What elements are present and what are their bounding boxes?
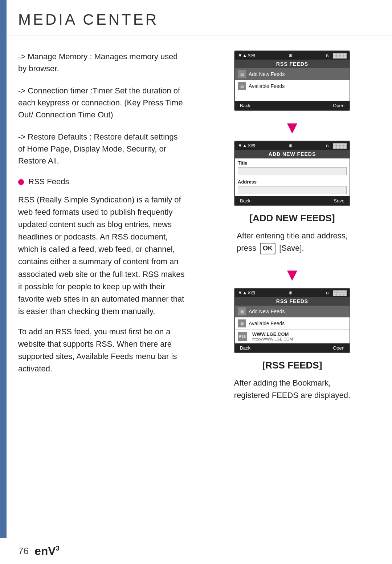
add-feeds-description: After entering title and address, press … xyxy=(237,230,348,254)
connection-timer-item: -> Connection timer :Timer Set the durat… xyxy=(18,85,185,121)
feed-icon-1: ▤ xyxy=(238,70,246,78)
status-center-3: ⊕ xyxy=(289,290,293,295)
page-header: MEDIA CENTER xyxy=(0,0,392,36)
connection-timer-text: Connection timer :Timer Set the duration… xyxy=(18,86,183,119)
available-feeds-item-3[interactable]: ▤ Available Feeds xyxy=(235,318,350,330)
status-icons-right-3: ʙ ▓▓▓▓ xyxy=(326,290,347,295)
add-new-feeds-label-3: Add New Feeds xyxy=(249,309,285,314)
bottom-back-2[interactable]: Back xyxy=(240,198,250,204)
bottom-open-3[interactable]: Open xyxy=(333,345,344,351)
feed-icon-2: ▤ xyxy=(238,82,246,90)
status-center-2: ⊕ xyxy=(289,143,293,148)
rss-desc-line2: registered FEEDS are displayed. xyxy=(234,391,350,400)
feed-icon-4: ▤ xyxy=(238,319,246,327)
arrow-3: -> xyxy=(18,132,28,141)
restore-defaults-text: Restore Defaults : Restore default setti… xyxy=(18,132,178,165)
status-icons-left-2: ▼▲✕⊞ xyxy=(238,143,255,148)
page-number: 76 xyxy=(18,545,29,557)
add-new-feeds-mockup: ▼▲✕⊞ ⊕ ʙ ▓▓▓▓ ADD NEW FEEDS Title Addres… xyxy=(234,141,350,206)
status-icons-right-1: ʙ ▓▓▓▓ xyxy=(326,53,347,58)
status-bar-3: ▼▲✕⊞ ⊕ ʙ ▓▓▓▓ xyxy=(235,289,350,297)
content-area: -> Manage Memory : Manages memory used b… xyxy=(0,36,392,409)
address-input[interactable] xyxy=(238,186,347,194)
add-desc-line1: After entering title and address, xyxy=(237,231,348,240)
lge-feed-icon: RSS xyxy=(238,332,247,341)
rss-feeds-mockup-1: ▼▲✕⊞ ⊕ ʙ ▓▓▓▓ RSS FEEDS ▤ Add New Feeds … xyxy=(234,51,350,111)
title-label: Title xyxy=(235,158,350,166)
bottom-bar-3: Back Open xyxy=(235,343,350,352)
lge-feed-url: http://WWW.LGE.COM xyxy=(252,337,293,341)
mockups-container: ▼▲✕⊞ ⊕ ʙ ▓▓▓▓ RSS FEEDS ▤ Add New Feeds … xyxy=(203,51,381,409)
feed-icon-3: ▤ xyxy=(238,307,246,315)
right-column: ▼▲✕⊞ ⊕ ʙ ▓▓▓▓ RSS FEEDS ▤ Add New Feeds … xyxy=(196,51,392,409)
rss-bullet-item: RSS Feeds xyxy=(18,177,185,186)
manage-memory-item: -> Manage Memory : Manages memory used b… xyxy=(18,51,185,74)
add-new-feeds-section-label: [ADD NEW FEEDS] xyxy=(249,213,335,224)
arrow-down-2: ▼ xyxy=(283,266,301,283)
add-desc-press: press xyxy=(237,243,256,253)
rss-feeds-mockup-2: ▼▲✕⊞ ⊕ ʙ ▓▓▓▓ RSS FEEDS ▤ Add New Feeds … xyxy=(234,288,350,353)
arrow-2: -> xyxy=(18,86,28,95)
bottom-bar-2: Back Save xyxy=(235,196,350,205)
rss-body-text-2: To add an RSS feed, you must first be on… xyxy=(18,326,185,375)
rss-bullet-label: RSS Feeds xyxy=(28,177,69,186)
rss-feeds-description: After adding the Bookmark, registered FE… xyxy=(234,377,350,402)
status-bar-2: ▼▲✕⊞ ⊕ ʙ ▓▓▓▓ xyxy=(235,141,350,150)
ok-badge: OK xyxy=(260,243,275,254)
bottom-back-1[interactable]: Back xyxy=(240,103,250,108)
bottom-open-1[interactable]: Open xyxy=(333,103,344,108)
add-desc-save: [Save]. xyxy=(279,243,304,253)
mockup3-title: RSS FEEDS xyxy=(235,297,350,306)
bottom-bar-1: Back Open xyxy=(235,101,350,110)
available-feeds-label-3: Available Feeds xyxy=(249,321,285,326)
status-bar-1: ▼▲✕⊞ ⊕ ʙ ▓▓▓▓ xyxy=(235,51,350,60)
status-center-1: ⊕ xyxy=(289,53,293,58)
add-new-feeds-item-1[interactable]: ▤ Add New Feeds xyxy=(235,68,350,80)
add-new-feeds-label-1: Add New Feeds xyxy=(249,71,285,77)
status-icons-left-3: ▼▲✕⊞ xyxy=(238,290,255,295)
brand-text: enV xyxy=(34,544,56,557)
rss-feeds-section-label: [RSS FEEDS] xyxy=(262,360,322,371)
rss-body-text-1: RSS (Really Simple Syndication) is a fam… xyxy=(18,194,185,318)
address-label: Address xyxy=(235,177,350,185)
lge-feed-item[interactable]: RSS WWW.LGE.COM http://WWW.LGE.COM xyxy=(235,330,350,343)
bottom-save-2[interactable]: Save xyxy=(334,198,344,204)
rss-desc-line1: After adding the Bookmark, xyxy=(234,378,331,387)
blue-sidebar-bar xyxy=(0,0,7,538)
status-icons-left-1: ▼▲✕⊞ xyxy=(238,53,255,58)
arrow-down-1: ▼ xyxy=(283,119,301,136)
mockup1-title: RSS FEEDS xyxy=(235,60,350,68)
manage-memory-text: Manage Memory : Manages memory used by b… xyxy=(18,52,178,73)
title-input[interactable] xyxy=(238,167,347,175)
page-footer: 76 enV3 xyxy=(0,538,392,564)
brand-name: enV3 xyxy=(34,544,60,558)
restore-defaults-item: -> Restore Defaults : Restore default se… xyxy=(18,131,185,167)
status-icons-right-2: ʙ ▓▓▓▓ xyxy=(326,143,347,148)
rss-dot-icon xyxy=(18,179,24,185)
mockup2-title: ADD NEW FEEDS xyxy=(235,150,350,158)
lge-feed-name: WWW.LGE.COM xyxy=(252,331,293,337)
bottom-back-3[interactable]: Back xyxy=(240,345,250,351)
left-column: -> Manage Memory : Manages memory used b… xyxy=(0,51,196,409)
arrow-1: -> xyxy=(18,52,28,61)
available-feeds-item-1[interactable]: ▤ Available Feeds xyxy=(235,80,350,92)
available-feeds-label-1: Available Feeds xyxy=(249,83,285,89)
page-title: MEDIA CENTER xyxy=(18,11,159,28)
brand-sup: 3 xyxy=(56,545,60,552)
add-new-feeds-item-3[interactable]: ▤ Add New Feeds xyxy=(235,306,350,318)
